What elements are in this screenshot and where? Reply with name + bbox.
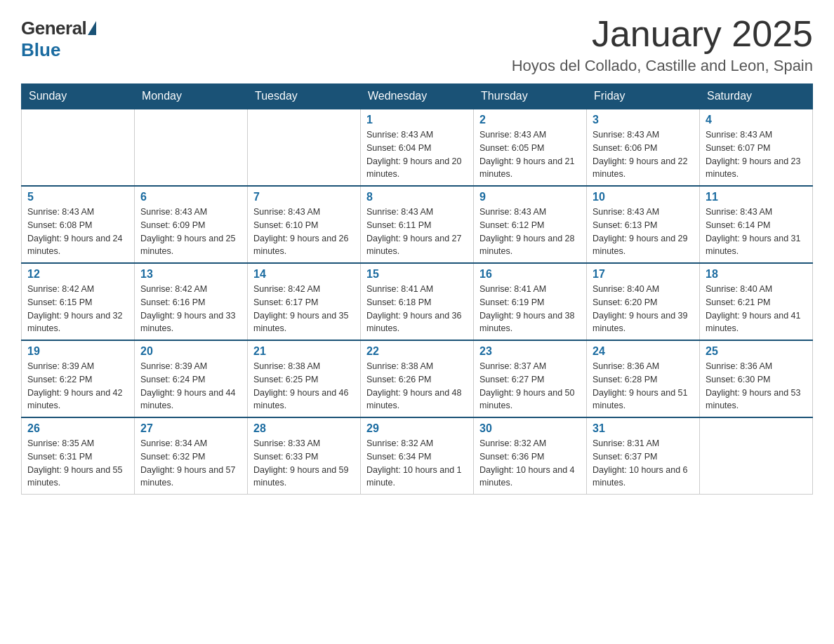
calendar-day-cell: 16Sunrise: 8:41 AMSunset: 6:19 PMDayligh… — [474, 263, 587, 340]
calendar-day-cell: 17Sunrise: 8:40 AMSunset: 6:20 PMDayligh… — [587, 263, 700, 340]
logo-blue: Blue — [21, 39, 60, 61]
day-number: 29 — [366, 422, 468, 435]
day-info: Sunrise: 8:38 AMSunset: 6:25 PMDaylight:… — [253, 360, 355, 412]
day-info: Sunrise: 8:40 AMSunset: 6:21 PMDaylight:… — [706, 283, 807, 335]
calendar-day-cell: 5Sunrise: 8:43 AMSunset: 6:08 PMDaylight… — [22, 186, 135, 263]
calendar-day-cell: 26Sunrise: 8:35 AMSunset: 6:31 PMDayligh… — [22, 417, 135, 495]
calendar-day-header: Thursday — [474, 84, 587, 109]
day-info: Sunrise: 8:39 AMSunset: 6:24 PMDaylight:… — [140, 360, 241, 412]
calendar-week-row: 19Sunrise: 8:39 AMSunset: 6:22 PMDayligh… — [22, 340, 813, 417]
calendar-day-cell: 19Sunrise: 8:39 AMSunset: 6:22 PMDayligh… — [22, 340, 135, 417]
day-info: Sunrise: 8:36 AMSunset: 6:28 PMDaylight:… — [593, 360, 694, 412]
calendar-day-cell: 12Sunrise: 8:42 AMSunset: 6:15 PMDayligh… — [22, 263, 135, 340]
day-number: 11 — [706, 191, 807, 203]
logo-general: General — [21, 18, 86, 39]
calendar-day-cell: 24Sunrise: 8:36 AMSunset: 6:28 PMDayligh… — [587, 340, 700, 417]
calendar-day-cell: 10Sunrise: 8:43 AMSunset: 6:13 PMDayligh… — [587, 186, 700, 263]
title-block: January 2025 Hoyos del Collado, Castille… — [512, 14, 813, 75]
logo-triangle-icon — [88, 21, 96, 35]
day-number: 30 — [479, 422, 581, 435]
day-info: Sunrise: 8:43 AMSunset: 6:11 PMDaylight:… — [366, 206, 468, 258]
day-info: Sunrise: 8:35 AMSunset: 6:31 PMDaylight:… — [27, 437, 128, 490]
day-number: 20 — [140, 345, 241, 358]
calendar-day-header: Friday — [587, 84, 700, 109]
day-number: 14 — [253, 268, 355, 281]
calendar-day-cell: 14Sunrise: 8:42 AMSunset: 6:17 PMDayligh… — [248, 263, 361, 340]
day-number: 13 — [140, 268, 241, 281]
calendar-day-cell — [135, 109, 248, 186]
calendar-day-cell: 1Sunrise: 8:43 AMSunset: 6:04 PMDaylight… — [361, 109, 474, 186]
calendar-day-header: Monday — [135, 84, 248, 109]
day-info: Sunrise: 8:32 AMSunset: 6:34 PMDaylight:… — [366, 437, 468, 490]
day-number: 17 — [593, 268, 694, 281]
day-info: Sunrise: 8:42 AMSunset: 6:16 PMDaylight:… — [140, 283, 241, 335]
calendar-day-cell: 29Sunrise: 8:32 AMSunset: 6:34 PMDayligh… — [361, 417, 474, 495]
day-info: Sunrise: 8:41 AMSunset: 6:19 PMDaylight:… — [479, 283, 581, 335]
day-number: 15 — [366, 268, 468, 281]
day-info: Sunrise: 8:42 AMSunset: 6:17 PMDaylight:… — [253, 283, 355, 335]
calendar-day-cell: 15Sunrise: 8:41 AMSunset: 6:18 PMDayligh… — [361, 263, 474, 340]
calendar-week-row: 1Sunrise: 8:43 AMSunset: 6:04 PMDaylight… — [22, 109, 813, 186]
calendar-day-cell: 25Sunrise: 8:36 AMSunset: 6:30 PMDayligh… — [700, 340, 813, 417]
day-number: 5 — [27, 191, 128, 203]
calendar-week-row: 5Sunrise: 8:43 AMSunset: 6:08 PMDaylight… — [22, 186, 813, 263]
calendar-day-cell: 8Sunrise: 8:43 AMSunset: 6:11 PMDaylight… — [361, 186, 474, 263]
day-info: Sunrise: 8:32 AMSunset: 6:36 PMDaylight:… — [479, 437, 581, 490]
calendar-day-cell: 20Sunrise: 8:39 AMSunset: 6:24 PMDayligh… — [135, 340, 248, 417]
calendar-day-cell: 30Sunrise: 8:32 AMSunset: 6:36 PMDayligh… — [474, 417, 587, 495]
day-number: 3 — [593, 114, 694, 126]
day-info: Sunrise: 8:37 AMSunset: 6:27 PMDaylight:… — [479, 360, 581, 412]
calendar-day-cell: 22Sunrise: 8:38 AMSunset: 6:26 PMDayligh… — [361, 340, 474, 417]
calendar-day-cell — [22, 109, 135, 186]
calendar-day-cell: 27Sunrise: 8:34 AMSunset: 6:32 PMDayligh… — [135, 417, 248, 495]
day-number: 1 — [366, 114, 468, 126]
day-number: 21 — [253, 345, 355, 358]
day-number: 7 — [253, 191, 355, 203]
calendar-day-cell: 4Sunrise: 8:43 AMSunset: 6:07 PMDaylight… — [700, 109, 813, 186]
day-number: 18 — [706, 268, 807, 281]
calendar-day-header: Saturday — [700, 84, 813, 109]
day-number: 23 — [479, 345, 581, 358]
calendar-week-row: 12Sunrise: 8:42 AMSunset: 6:15 PMDayligh… — [22, 263, 813, 340]
day-info: Sunrise: 8:41 AMSunset: 6:18 PMDaylight:… — [366, 283, 468, 335]
calendar-day-cell — [700, 417, 813, 495]
day-number: 16 — [479, 268, 581, 281]
day-number: 22 — [366, 345, 468, 358]
calendar-week-row: 26Sunrise: 8:35 AMSunset: 6:31 PMDayligh… — [22, 417, 813, 495]
day-info: Sunrise: 8:43 AMSunset: 6:06 PMDaylight:… — [593, 128, 694, 181]
day-info: Sunrise: 8:34 AMSunset: 6:32 PMDaylight:… — [140, 437, 241, 490]
day-number: 10 — [593, 191, 694, 203]
day-info: Sunrise: 8:39 AMSunset: 6:22 PMDaylight:… — [27, 360, 128, 412]
calendar-day-cell: 31Sunrise: 8:31 AMSunset: 6:37 PMDayligh… — [587, 417, 700, 495]
day-info: Sunrise: 8:43 AMSunset: 6:07 PMDaylight:… — [706, 128, 807, 181]
calendar-day-cell: 9Sunrise: 8:43 AMSunset: 6:12 PMDaylight… — [474, 186, 587, 263]
day-number: 9 — [479, 191, 581, 203]
calendar-day-cell: 23Sunrise: 8:37 AMSunset: 6:27 PMDayligh… — [474, 340, 587, 417]
day-number: 25 — [706, 345, 807, 358]
day-number: 12 — [27, 268, 128, 281]
day-info: Sunrise: 8:42 AMSunset: 6:15 PMDaylight:… — [27, 283, 128, 335]
day-info: Sunrise: 8:43 AMSunset: 6:08 PMDaylight:… — [27, 206, 128, 258]
day-info: Sunrise: 8:43 AMSunset: 6:13 PMDaylight:… — [593, 206, 694, 258]
day-number: 4 — [706, 114, 807, 126]
calendar-day-cell: 6Sunrise: 8:43 AMSunset: 6:09 PMDaylight… — [135, 186, 248, 263]
day-info: Sunrise: 8:43 AMSunset: 6:12 PMDaylight:… — [479, 206, 581, 258]
day-info: Sunrise: 8:38 AMSunset: 6:26 PMDaylight:… — [366, 360, 468, 412]
calendar-header-row: SundayMondayTuesdayWednesdayThursdayFrid… — [22, 84, 813, 109]
day-info: Sunrise: 8:43 AMSunset: 6:05 PMDaylight:… — [479, 128, 581, 181]
day-number: 24 — [593, 345, 694, 358]
calendar-day-cell: 2Sunrise: 8:43 AMSunset: 6:05 PMDaylight… — [474, 109, 587, 186]
calendar-day-cell: 3Sunrise: 8:43 AMSunset: 6:06 PMDaylight… — [587, 109, 700, 186]
day-number: 8 — [366, 191, 468, 203]
day-number: 6 — [140, 191, 241, 203]
location-title: Hoyos del Collado, Castille and Leon, Sp… — [512, 57, 813, 75]
calendar-day-cell: 7Sunrise: 8:43 AMSunset: 6:10 PMDaylight… — [248, 186, 361, 263]
day-number: 26 — [27, 422, 128, 435]
calendar-day-header: Sunday — [22, 84, 135, 109]
day-number: 2 — [479, 114, 581, 126]
day-info: Sunrise: 8:43 AMSunset: 6:10 PMDaylight:… — [253, 206, 355, 258]
month-title: January 2025 — [512, 14, 813, 54]
page-header: General Blue January 2025 Hoyos del Coll… — [21, 14, 813, 75]
calendar-day-cell: 21Sunrise: 8:38 AMSunset: 6:25 PMDayligh… — [248, 340, 361, 417]
calendar-day-cell: 18Sunrise: 8:40 AMSunset: 6:21 PMDayligh… — [700, 263, 813, 340]
